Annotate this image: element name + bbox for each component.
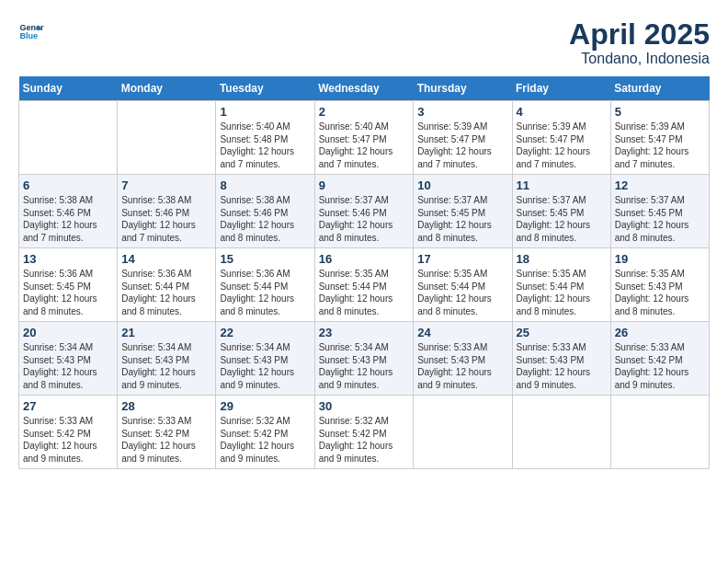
day-number: 20 xyxy=(23,326,113,339)
cell-content: Sunrise: 5:35 AM Sunset: 5:43 PM Dayligh… xyxy=(615,268,705,317)
calendar-cell: 10Sunrise: 5:37 AM Sunset: 5:45 PM Dayli… xyxy=(414,175,512,248)
day-number: 3 xyxy=(417,105,507,119)
col-monday: Monday xyxy=(118,76,216,101)
calendar-cell: 22Sunrise: 5:34 AM Sunset: 5:43 PM Dayli… xyxy=(216,322,314,396)
cell-content: Sunrise: 5:35 AM Sunset: 5:44 PM Dayligh… xyxy=(319,268,410,317)
day-number: 28 xyxy=(121,399,211,413)
calendar-cell xyxy=(414,396,512,469)
cell-content: Sunrise: 5:36 AM Sunset: 5:44 PM Dayligh… xyxy=(121,268,211,317)
calendar-cell: 24Sunrise: 5:33 AM Sunset: 5:43 PM Dayli… xyxy=(414,322,512,396)
day-number: 2 xyxy=(319,105,410,119)
calendar-subtitle: Tondano, Indonesia xyxy=(569,51,710,67)
title-section: April 2025 Tondano, Indonesia xyxy=(569,18,710,67)
day-number: 19 xyxy=(615,252,705,266)
day-number: 30 xyxy=(319,399,410,413)
calendar-title: April 2025 xyxy=(569,18,710,51)
day-number: 27 xyxy=(23,399,113,413)
cell-content: Sunrise: 5:32 AM Sunset: 5:42 PM Dayligh… xyxy=(319,415,410,465)
day-number: 14 xyxy=(121,252,211,266)
col-sunday: Sunday xyxy=(19,76,118,101)
calendar-cell xyxy=(512,396,610,469)
calendar-cell: 20Sunrise: 5:34 AM Sunset: 5:43 PM Dayli… xyxy=(19,322,118,396)
calendar-cell xyxy=(19,101,118,175)
calendar-cell: 17Sunrise: 5:35 AM Sunset: 5:44 PM Dayli… xyxy=(414,248,512,322)
day-number: 1 xyxy=(220,105,310,119)
calendar-table: Sunday Monday Tuesday Wednesday Thursday… xyxy=(18,76,710,469)
day-number: 8 xyxy=(220,178,310,192)
calendar-cell: 21Sunrise: 5:34 AM Sunset: 5:43 PM Dayli… xyxy=(118,322,216,396)
calendar-cell: 18Sunrise: 5:35 AM Sunset: 5:44 PM Dayli… xyxy=(512,248,610,322)
cell-content: Sunrise: 5:37 AM Sunset: 5:45 PM Dayligh… xyxy=(417,194,507,244)
day-number: 24 xyxy=(417,326,507,339)
calendar-header: General Blue April 2025 Tondano, Indones… xyxy=(18,18,710,67)
cell-content: Sunrise: 5:37 AM Sunset: 5:45 PM Dayligh… xyxy=(517,194,607,244)
cell-content: Sunrise: 5:33 AM Sunset: 5:43 PM Dayligh… xyxy=(417,341,507,391)
cell-content: Sunrise: 5:35 AM Sunset: 5:44 PM Dayligh… xyxy=(517,268,607,317)
calendar-header-row: Sunday Monday Tuesday Wednesday Thursday… xyxy=(19,76,710,101)
day-number: 10 xyxy=(417,178,507,192)
calendar-cell: 12Sunrise: 5:37 AM Sunset: 5:45 PM Dayli… xyxy=(610,175,709,248)
col-wednesday: Wednesday xyxy=(314,76,414,101)
cell-content: Sunrise: 5:37 AM Sunset: 5:46 PM Dayligh… xyxy=(319,194,410,244)
cell-content: Sunrise: 5:33 AM Sunset: 5:42 PM Dayligh… xyxy=(23,415,113,465)
calendar-cell: 8Sunrise: 5:38 AM Sunset: 5:46 PM Daylig… xyxy=(216,175,314,248)
col-thursday: Thursday xyxy=(414,76,512,101)
day-number: 16 xyxy=(319,252,410,266)
day-number: 12 xyxy=(615,178,705,192)
cell-content: Sunrise: 5:33 AM Sunset: 5:42 PM Dayligh… xyxy=(121,415,211,465)
cell-content: Sunrise: 5:40 AM Sunset: 5:48 PM Dayligh… xyxy=(220,121,310,170)
calendar-cell: 30Sunrise: 5:32 AM Sunset: 5:42 PM Dayli… xyxy=(314,396,414,469)
col-friday: Friday xyxy=(512,76,610,101)
calendar-cell: 23Sunrise: 5:34 AM Sunset: 5:43 PM Dayli… xyxy=(314,322,414,396)
cell-content: Sunrise: 5:40 AM Sunset: 5:47 PM Dayligh… xyxy=(319,121,410,170)
calendar-cell: 19Sunrise: 5:35 AM Sunset: 5:43 PM Dayli… xyxy=(610,248,709,322)
calendar-cell: 5Sunrise: 5:39 AM Sunset: 5:47 PM Daylig… xyxy=(610,101,709,175)
cell-content: Sunrise: 5:34 AM Sunset: 5:43 PM Dayligh… xyxy=(121,341,211,391)
cell-content: Sunrise: 5:35 AM Sunset: 5:44 PM Dayligh… xyxy=(417,268,507,317)
day-number: 11 xyxy=(517,178,607,192)
day-number: 18 xyxy=(517,252,607,266)
cell-content: Sunrise: 5:38 AM Sunset: 5:46 PM Dayligh… xyxy=(121,194,211,244)
day-number: 13 xyxy=(23,252,113,266)
calendar-cell: 14Sunrise: 5:36 AM Sunset: 5:44 PM Dayli… xyxy=(118,248,216,322)
calendar-cell: 26Sunrise: 5:33 AM Sunset: 5:42 PM Dayli… xyxy=(610,322,709,396)
logo-icon: General Blue xyxy=(18,18,44,44)
day-number: 23 xyxy=(319,326,410,339)
logo: General Blue xyxy=(18,18,44,44)
cell-content: Sunrise: 5:39 AM Sunset: 5:47 PM Dayligh… xyxy=(517,121,607,170)
day-number: 7 xyxy=(121,178,211,192)
calendar-cell: 11Sunrise: 5:37 AM Sunset: 5:45 PM Dayli… xyxy=(512,175,610,248)
day-number: 17 xyxy=(417,252,507,266)
cell-content: Sunrise: 5:38 AM Sunset: 5:46 PM Dayligh… xyxy=(23,194,113,244)
day-number: 15 xyxy=(220,252,310,266)
cell-content: Sunrise: 5:37 AM Sunset: 5:45 PM Dayligh… xyxy=(615,194,705,244)
cell-content: Sunrise: 5:32 AM Sunset: 5:42 PM Dayligh… xyxy=(220,415,310,465)
day-number: 22 xyxy=(220,326,310,339)
calendar-cell: 4Sunrise: 5:39 AM Sunset: 5:47 PM Daylig… xyxy=(512,101,610,175)
calendar-body: 1Sunrise: 5:40 AM Sunset: 5:48 PM Daylig… xyxy=(19,101,710,469)
calendar-cell: 27Sunrise: 5:33 AM Sunset: 5:42 PM Dayli… xyxy=(19,396,118,469)
day-number: 9 xyxy=(319,178,410,192)
calendar-cell: 6Sunrise: 5:38 AM Sunset: 5:46 PM Daylig… xyxy=(19,175,118,248)
cell-content: Sunrise: 5:34 AM Sunset: 5:43 PM Dayligh… xyxy=(220,341,310,391)
calendar-cell: 29Sunrise: 5:32 AM Sunset: 5:42 PM Dayli… xyxy=(216,396,314,469)
cell-content: Sunrise: 5:34 AM Sunset: 5:43 PM Dayligh… xyxy=(23,341,113,391)
cell-content: Sunrise: 5:38 AM Sunset: 5:46 PM Dayligh… xyxy=(220,194,310,244)
cell-content: Sunrise: 5:36 AM Sunset: 5:44 PM Dayligh… xyxy=(220,268,310,317)
day-number: 4 xyxy=(517,105,607,119)
col-saturday: Saturday xyxy=(610,76,709,101)
day-number: 29 xyxy=(220,399,310,413)
calendar-cell xyxy=(610,396,709,469)
svg-text:Blue: Blue xyxy=(19,31,38,40)
cell-content: Sunrise: 5:33 AM Sunset: 5:42 PM Dayligh… xyxy=(615,341,705,391)
cell-content: Sunrise: 5:36 AM Sunset: 5:45 PM Dayligh… xyxy=(23,268,113,317)
svg-text:General: General xyxy=(19,23,44,32)
calendar-cell: 9Sunrise: 5:37 AM Sunset: 5:46 PM Daylig… xyxy=(314,175,414,248)
day-number: 25 xyxy=(517,326,607,339)
cell-content: Sunrise: 5:39 AM Sunset: 5:47 PM Dayligh… xyxy=(417,121,507,170)
cell-content: Sunrise: 5:34 AM Sunset: 5:43 PM Dayligh… xyxy=(319,341,410,391)
calendar-cell: 15Sunrise: 5:36 AM Sunset: 5:44 PM Dayli… xyxy=(216,248,314,322)
day-number: 5 xyxy=(615,105,705,119)
calendar-cell: 3Sunrise: 5:39 AM Sunset: 5:47 PM Daylig… xyxy=(414,101,512,175)
day-number: 26 xyxy=(615,326,705,339)
